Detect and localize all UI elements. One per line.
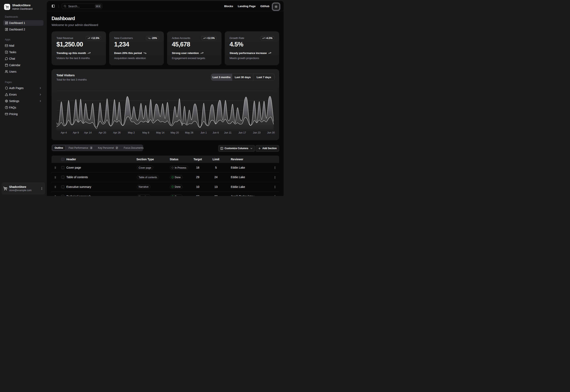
svg-text:Jun 1: Jun 1 xyxy=(200,131,207,134)
svg-text:Jun 30: Jun 30 xyxy=(267,131,275,134)
svg-text:Apr 4: Apr 4 xyxy=(61,131,67,134)
svg-text:May 20: May 20 xyxy=(171,131,179,134)
svg-text:Jun 17: Jun 17 xyxy=(239,131,246,134)
svg-text:May 14: May 14 xyxy=(156,131,164,134)
svg-text:Apr 26: Apr 26 xyxy=(113,131,121,134)
svg-text:May 8: May 8 xyxy=(142,131,149,134)
svg-text:Jun 6: Jun 6 xyxy=(213,131,219,134)
svg-text:Jun 11: Jun 11 xyxy=(224,131,232,134)
svg-text:May 26: May 26 xyxy=(185,131,193,134)
svg-text:Apr 9: Apr 9 xyxy=(73,131,79,134)
svg-text:May 2: May 2 xyxy=(128,131,135,134)
svg-text:Jun 23: Jun 23 xyxy=(253,131,261,134)
svg-text:Apr 14: Apr 14 xyxy=(84,131,92,134)
svg-text:Apr 20: Apr 20 xyxy=(99,131,106,134)
